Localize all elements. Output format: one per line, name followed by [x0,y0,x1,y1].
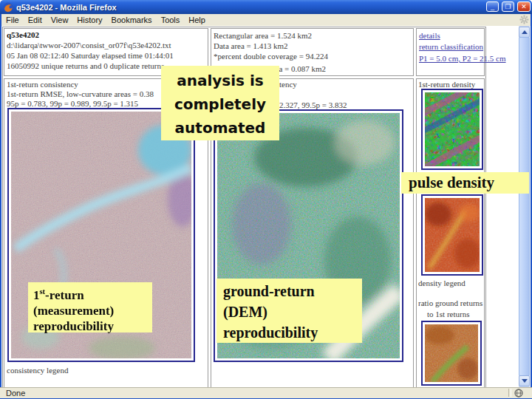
overlay-auto-line2: completely [161,92,279,116]
status-text: Done [6,389,25,398]
statusbar-divider [508,389,511,397]
overlay-pulse-density: pulse density [401,172,529,194]
return-classification-link[interactable]: return classification [419,42,483,51]
menu-item-edit[interactable]: Edit [24,15,47,25]
double-coverage-line: *percent double coverage = 94.224 [214,52,328,61]
percentile-line: 95p = 0.783, 99p = 0.989, 99.5p = 1.315 [7,99,138,108]
overlay-ground-return-reproducibility: ground-return (DEM) reproducibility [216,279,362,343]
overlay-fr-line2: (measurement) [33,303,152,318]
screenshot-root: q53e4202 - Mozilla Firefox _ ❐ ✕ File Ed… [0,0,532,399]
scroll-thumb[interactable] [519,37,530,376]
firefox-icon [3,2,13,13]
overlay-auto-line3: automated [161,116,279,140]
status-bar: Done [0,387,532,398]
ground-consistency-label-fragment: tency [279,80,297,89]
overlay-auto-line1: analysis is [161,69,279,92]
menu-item-help[interactable]: Help [184,15,210,25]
ground-density-map [421,194,483,276]
window-titlebar[interactable]: q53e4202 - Mozilla Firefox [0,0,532,14]
consistency-legend-caption: consistency legend [7,366,68,375]
menu-item-file[interactable]: File [1,15,24,25]
minimize-button[interactable]: _ [486,1,499,12]
ground-percentile-fragment: 2.327, 99.5p = 3.832 [279,100,347,109]
rmse-line: 1st-return RMSE, low-curvature areas = 0… [7,89,154,98]
ratio-map [421,321,482,386]
first-return-density-map [421,89,483,170]
menu-item-bookmarks[interactable]: Bookmarks [107,15,157,25]
close-button[interactable]: ✕ [517,1,531,12]
menu-bar: File Edit View History Bookmarks Tools H… [1,14,531,26]
overlay-fr-line3: reproducibility [33,318,152,334]
ratio-caption-line2: to 1st returns [427,310,469,318]
first-return-consistency-label: 1st-return consistency [7,80,78,89]
status-globe-icon [514,389,523,398]
maximize-button[interactable]: ❐ [502,1,514,12]
report-returns-line: 16050992 unique returns and 0 duplicate … [7,61,164,70]
density-legend-caption: density legend [418,279,466,287]
details-link[interactable]: details [419,31,440,40]
window-title: q53e4202 - Mozilla Firefox [16,3,117,12]
data-area-line: Data area = 1.413 km2 [214,41,288,50]
throbber-gear-icon [519,15,529,24]
overlay-analysis-automated: analysis is completely automated [161,66,279,140]
overlay-pulse-text: pulse density [409,174,494,192]
overlay-first-return-reproducibility: 1st-return (measurement) reproducibility [28,282,152,332]
report-title: q53e4202 [7,30,39,39]
vertical-scrollbar[interactable] [519,26,530,387]
menu-item-history[interactable]: History [72,15,106,25]
overlay-gr-line2: (DEM) [223,301,362,322]
overlay-gr-line3: reproducibility [223,322,362,343]
scroll-up-button[interactable] [519,27,530,38]
scroll-down-button[interactable] [519,375,530,386]
first-return-density-label: 1st-return density [418,80,475,89]
rect-area-line: Rectangular area = 1.524 km2 [214,31,312,40]
menu-item-tools[interactable]: Tools [157,15,185,25]
report-datetime: 05 Jan 08 02:12:40 Saturday elapsed time… [7,51,174,60]
overlay-gr-line1: ground-return [223,281,362,301]
overlay-fr-line1: 1st-return [33,284,152,303]
report-file-path: d:\lidarqa\twwor-2007\consist_or07f\q53e… [7,41,171,50]
ratio-caption-line1: ratio ground returns [418,299,482,307]
precision-link[interactable]: P1 = 5.0 cm, P2 = 21.5 cm [419,54,506,63]
menu-item-view[interactable]: View [47,15,73,25]
